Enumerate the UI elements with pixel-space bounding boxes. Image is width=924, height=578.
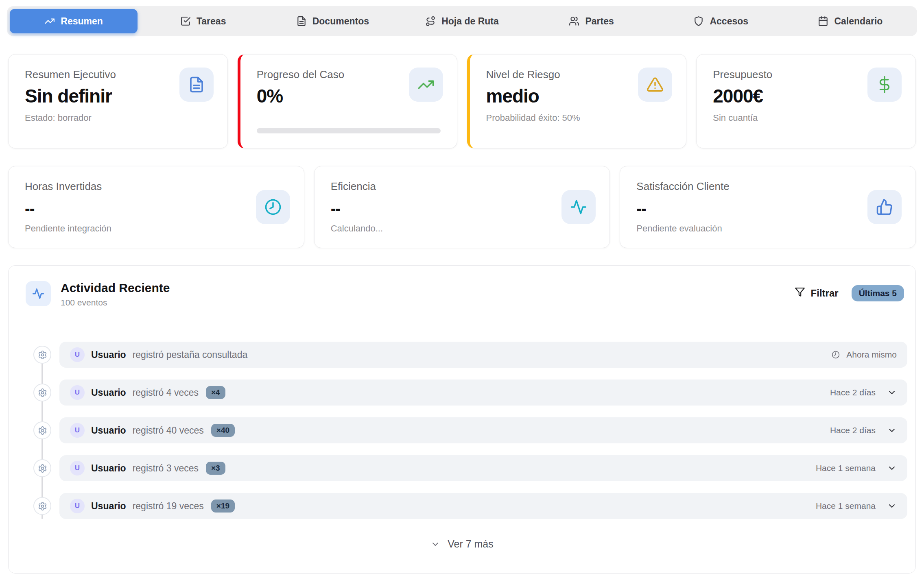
card-value: -- bbox=[25, 200, 288, 218]
trending-up-icon bbox=[44, 16, 55, 26]
event-action: registró 19 veces bbox=[133, 501, 204, 512]
activity-pulse-icon bbox=[26, 281, 51, 306]
event-action: registró 4 veces bbox=[133, 387, 199, 398]
tab-label: Accesos bbox=[710, 16, 748, 27]
event-actor: Usuario bbox=[91, 463, 126, 474]
metric-card-eficiencia: Eficiencia -- Calculando... bbox=[314, 166, 610, 248]
count-badge: ×3 bbox=[206, 462, 225, 475]
count-badge: ×4 bbox=[206, 386, 225, 399]
tab-resumen[interactable]: Resumen bbox=[10, 9, 138, 33]
activity-event-count: 100 eventos bbox=[61, 298, 170, 308]
filter-button[interactable]: Filtrar bbox=[792, 286, 841, 300]
tab-documentos[interactable]: Documentos bbox=[269, 9, 396, 33]
thumbs-up-icon bbox=[867, 190, 902, 224]
users-icon bbox=[569, 16, 579, 26]
activity-row[interactable]: U Usuario registró 3 veces ×3 Hace 1 sem… bbox=[59, 455, 907, 481]
alert-triangle-icon bbox=[638, 68, 672, 102]
chevron-down-icon[interactable] bbox=[887, 501, 897, 511]
tab-label: Tareas bbox=[197, 16, 226, 27]
card-subtext: Estado: borrador bbox=[25, 113, 211, 123]
activity-row[interactable]: U Usuario registró 4 veces ×4 Hace 2 día… bbox=[59, 380, 907, 406]
stat-card-resumen-ejecutivo: Resumen Ejecutivo Sin definir Estado: bo… bbox=[8, 54, 228, 148]
event-action: registró pestaña consultada bbox=[133, 349, 248, 360]
card-label: Satisfacción Cliente bbox=[636, 180, 899, 193]
tab-label: Resumen bbox=[61, 16, 103, 27]
trending-up-icon bbox=[409, 68, 443, 102]
metric-card-row: Horas Invertidas -- Pendiente integració… bbox=[8, 166, 916, 243]
gear-icon bbox=[33, 346, 51, 364]
filter-label: Filtrar bbox=[811, 288, 839, 299]
progress-bar bbox=[257, 128, 441, 133]
gear-icon bbox=[33, 459, 51, 477]
file-text-icon bbox=[179, 68, 214, 102]
card-value: -- bbox=[636, 200, 899, 218]
tab-partes[interactable]: Partes bbox=[528, 9, 655, 33]
calendar-icon bbox=[818, 16, 828, 26]
gear-icon bbox=[33, 384, 51, 401]
chevron-down-icon[interactable] bbox=[887, 425, 897, 435]
event-actor: Usuario bbox=[91, 349, 126, 360]
chevron-down-icon bbox=[430, 539, 440, 549]
tab-hoja-de-ruta[interactable]: Hoja de Ruta bbox=[398, 9, 526, 33]
stat-card-presupuesto: Presupuesto 2000€ Sin cuantía bbox=[696, 54, 916, 148]
card-label: Eficiencia bbox=[331, 180, 594, 193]
event-action: registró 3 veces bbox=[133, 463, 199, 474]
event-time: Hace 2 días bbox=[830, 425, 876, 435]
gear-icon bbox=[33, 421, 51, 439]
activity-row[interactable]: U Usuario registró 40 veces ×40 Hace 2 d… bbox=[59, 417, 907, 443]
check-square-icon bbox=[180, 16, 191, 26]
file-text-icon bbox=[296, 16, 307, 26]
card-value: -- bbox=[331, 200, 594, 218]
avatar: U bbox=[70, 423, 85, 438]
activity-timeline: U Usuario registró pestaña consultada Ah… bbox=[17, 342, 907, 519]
event-actor: Usuario bbox=[91, 501, 126, 512]
activity-row[interactable]: U Usuario registró 19 veces ×19 Hace 1 s… bbox=[59, 493, 907, 519]
stat-card-row: Resumen Ejecutivo Sin definir Estado: bo… bbox=[8, 54, 916, 148]
event-action: registró 40 veces bbox=[133, 425, 204, 436]
tab-calendario[interactable]: Calendario bbox=[786, 9, 914, 33]
card-label: Horas Invertidas bbox=[25, 180, 288, 193]
event-time: Ahora mismo bbox=[846, 350, 897, 360]
shield-icon bbox=[693, 16, 704, 26]
event-actor: Usuario bbox=[91, 425, 126, 436]
metric-card-satisfaccion-cliente: Satisfacción Cliente -- Pendiente evalua… bbox=[620, 166, 916, 248]
show-more-button[interactable]: Ver 7 más bbox=[428, 538, 496, 550]
tab-tareas[interactable]: Tareas bbox=[139, 9, 267, 33]
card-subtext: Probabilidad éxito: 50% bbox=[486, 113, 670, 123]
activity-header: Actividad Reciente 100 eventos Filtrar Ú… bbox=[26, 281, 904, 308]
case-dashboard: Resumen Tareas Documentos Hoja de Ruta P… bbox=[0, 0, 924, 578]
tab-bar: Resumen Tareas Documentos Hoja de Ruta P… bbox=[7, 6, 917, 36]
card-subtext: Sin cuantía bbox=[713, 113, 899, 123]
chevron-down-icon[interactable] bbox=[887, 463, 897, 473]
chevron-down-icon[interactable] bbox=[887, 388, 897, 397]
avatar: U bbox=[70, 385, 85, 400]
activity-row[interactable]: U Usuario registró pestaña consultada Ah… bbox=[59, 342, 907, 368]
activity-icon bbox=[561, 190, 596, 224]
count-badge: ×19 bbox=[211, 499, 235, 513]
event-actor: Usuario bbox=[91, 387, 126, 398]
tab-label: Hoja de Ruta bbox=[441, 16, 499, 27]
clock-icon bbox=[832, 351, 840, 359]
tab-label: Partes bbox=[585, 16, 614, 27]
clock-icon bbox=[256, 190, 290, 224]
dollar-icon bbox=[867, 68, 902, 102]
activity-panel: Actividad Reciente 100 eventos Filtrar Ú… bbox=[8, 265, 916, 574]
tab-accesos[interactable]: Accesos bbox=[657, 9, 785, 33]
event-time: Hace 1 semana bbox=[816, 501, 876, 511]
show-more-label: Ver 7 más bbox=[448, 538, 494, 550]
tab-label: Documentos bbox=[312, 16, 369, 27]
avatar: U bbox=[70, 347, 85, 362]
last-events-badge[interactable]: Últimas 5 bbox=[852, 285, 904, 301]
event-time: Hace 1 semana bbox=[816, 463, 876, 473]
filter-icon bbox=[795, 287, 805, 300]
card-subtext: Pendiente evaluación bbox=[636, 223, 899, 234]
stat-card-progreso-del-caso: Progreso del Caso 0% bbox=[238, 54, 457, 148]
card-subtext: Calculando... bbox=[331, 223, 594, 234]
tab-label: Calendario bbox=[834, 16, 882, 27]
gear-icon bbox=[33, 497, 51, 515]
card-subtext: Pendiente integración bbox=[25, 223, 288, 234]
route-icon bbox=[425, 16, 436, 26]
stat-card-nivel-de-riesgo: Nivel de Riesgo medio Probabilidad éxito… bbox=[467, 54, 687, 148]
activity-title: Actividad Reciente bbox=[61, 281, 170, 295]
metric-card-horas-invertidas: Horas Invertidas -- Pendiente integració… bbox=[8, 166, 304, 248]
